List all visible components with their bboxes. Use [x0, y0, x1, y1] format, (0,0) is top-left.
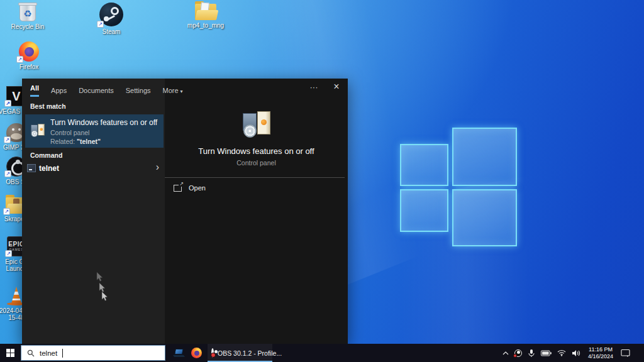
start-button[interactable]	[0, 344, 21, 362]
desktop-icon-recycle-bin[interactable]: ♻ Recycle Bin	[8, 3, 48, 30]
cursor-pointer	[101, 292, 108, 304]
text-caret	[62, 349, 63, 358]
steam-icon: ↗	[99, 3, 123, 26]
chevron-down-icon: ▾	[180, 89, 183, 94]
desktop-icon-mp4-folder[interactable]: mp4_to_mng	[186, 4, 226, 29]
search-icon	[27, 349, 35, 357]
command-result-telnet[interactable]: telnet ›	[22, 159, 165, 178]
tab-all[interactable]: All	[30, 79, 39, 97]
open-action[interactable]: Open	[174, 184, 206, 192]
shortcut-arrow-icon: ↗	[4, 100, 11, 107]
logo-pane	[400, 144, 448, 186]
search-preview-pane: Turn Windows features on or off Control …	[165, 79, 348, 344]
logo-pane	[452, 128, 517, 186]
clock-date: 4/16/2024	[586, 353, 615, 360]
recording-dot	[513, 354, 517, 358]
desktop-icon-steam[interactable]: ↗ Steam	[91, 3, 131, 35]
tab-settings[interactable]: Settings	[126, 82, 151, 94]
tray-chevron-up-icon[interactable]	[502, 351, 509, 355]
preview-subtitle: Control panel	[165, 159, 348, 167]
taskbar-obs-window[interactable]: OBS 30.1.2 - Profile...	[208, 344, 272, 362]
taskbar-firefox[interactable]	[189, 344, 204, 362]
open-icon	[174, 185, 182, 192]
windows-features-icon	[243, 111, 270, 138]
folder-icon	[195, 4, 216, 20]
chevron-right-icon[interactable]: ›	[156, 162, 159, 173]
more-options-icon[interactable]: ···	[308, 82, 320, 92]
tab-apps[interactable]: Apps	[51, 82, 67, 94]
divider	[165, 177, 345, 178]
microphone-icon[interactable]	[528, 349, 535, 358]
shortcut-arrow-icon: ↗	[4, 170, 11, 177]
preview-title: Turn Windows features on or off	[165, 146, 348, 156]
section-header-best-match: Best match	[30, 102, 66, 110]
desktop-icon-firefox[interactable]: ↗ Firefox	[9, 41, 49, 70]
shortcut-arrow-icon: ↗	[4, 136, 11, 143]
action-center-icon[interactable]	[621, 349, 630, 357]
search-tabs: All Apps Documents Settings More▾	[22, 79, 183, 97]
obs-tray-icon[interactable]	[514, 349, 522, 357]
desktop: ♻ Recycle Bin ↗ Steam mp4_to_mng ↗ Firef…	[0, 0, 644, 362]
recycle-bin-icon: ♻	[18, 3, 38, 21]
taskbar: telnet OBS 30.1.2 - Profile...	[0, 344, 644, 362]
speaker-icon[interactable]	[572, 349, 580, 357]
laptop-icon	[174, 349, 184, 357]
section-header-command: Command	[30, 151, 62, 159]
wifi-icon[interactable]	[557, 349, 566, 356]
taskbar-clock[interactable]: 11:16 PM 4/16/2024	[586, 346, 615, 359]
windows-features-icon	[31, 124, 45, 137]
shortcut-arrow-icon: ↗	[16, 56, 23, 63]
firefox-icon	[191, 348, 202, 358]
tab-documents[interactable]: Documents	[79, 82, 114, 94]
shortcut-arrow-icon: ↗	[3, 208, 10, 215]
battery-icon[interactable]	[541, 350, 552, 356]
taskbar-laptop-app[interactable]	[171, 344, 186, 362]
terminal-icon	[27, 164, 36, 172]
result-subtitle: Control panel	[50, 129, 89, 136]
clock-time: 11:16 PM	[586, 346, 615, 353]
search-flyout: Turn Windows features on or off Control …	[22, 79, 348, 344]
best-match-result[interactable]: Turn Windows features on or off Control …	[25, 114, 164, 148]
system-tray: 11:16 PM 4/16/2024	[502, 344, 630, 362]
shortcut-arrow-icon: ↗	[5, 250, 12, 257]
search-text: telnet	[40, 349, 57, 357]
firefox-icon: ↗	[19, 41, 39, 62]
shortcut-arrow-icon: ↗	[97, 21, 104, 28]
tab-more[interactable]: More▾	[163, 82, 183, 94]
windows-start-icon	[6, 349, 14, 357]
taskbar-search-input[interactable]: telnet	[21, 345, 165, 361]
logo-pane	[452, 189, 517, 246]
recording-dot	[211, 353, 216, 358]
logo-pane	[400, 189, 448, 232]
result-related: Related: "telnet"	[50, 138, 101, 145]
obs-icon	[211, 348, 214, 358]
close-icon[interactable]: ×	[330, 81, 343, 92]
result-title: Turn Windows features on or off	[50, 118, 157, 127]
